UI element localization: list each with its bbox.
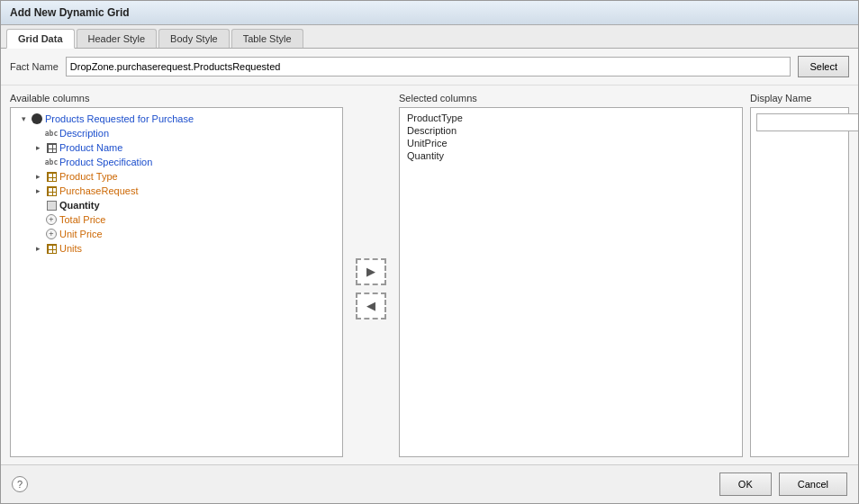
node-icon-units [45, 242, 58, 255]
tree-item-quantity[interactable]: Quantity [14, 198, 339, 212]
help-button[interactable]: ? [12, 476, 28, 492]
fact-name-input[interactable] [66, 57, 791, 76]
tree-item-text-purchreq: PurchaseRequest [59, 185, 138, 196]
available-columns-label: Available columns [10, 93, 343, 104]
select-button[interactable]: Select [798, 56, 849, 77]
node-icon-purchreq [45, 184, 58, 197]
node-icon-unitprice: + [45, 228, 58, 240]
selected-item-3[interactable]: Quantity [403, 149, 738, 162]
selected-item-2[interactable]: UnitPrice [403, 137, 738, 149]
selected-columns-label: Selected columns [399, 93, 743, 104]
right-top: Selected columns ProductType Description… [399, 93, 849, 457]
expand-icon-quantity [32, 200, 43, 211]
selected-columns-area: Selected columns ProductType Description… [399, 93, 743, 457]
node-icon-desc: abc [45, 127, 58, 140]
expand-icon-prodname: ▸ [32, 142, 43, 153]
expand-icon-root: ▾ [18, 113, 29, 124]
tree-item-unitprice[interactable]: + Unit Price [14, 227, 339, 241]
tree-item-units[interactable]: ▸ Units [14, 241, 339, 256]
selected-item-0[interactable]: ProductType [403, 112, 738, 124]
node-icon-prodname [45, 141, 58, 154]
node-icon-prodspec: abc [45, 156, 58, 168]
tree-item-prodspec[interactable]: abc Product Specification [14, 155, 339, 169]
main-content: Available columns ▾ Products Requested f… [1, 86, 858, 464]
tree-item-text-units: Units [59, 243, 82, 254]
tree-item-text-unitprice: Unit Price [59, 229, 103, 239]
dialog-title: Add New Dynamic Grid [1, 1, 858, 25]
tab-grid-data[interactable]: Grid Data [6, 29, 75, 49]
footer-left: ? [12, 476, 28, 492]
expand-icon-unitprice [32, 229, 43, 239]
selected-item-1[interactable]: Description [403, 124, 738, 137]
expand-icon-prodtype: ▸ [32, 171, 43, 182]
node-icon-quantity [45, 199, 58, 212]
selected-columns-box: ProductType Description UnitPrice Quanti… [399, 107, 743, 457]
display-name-area: Display Name ⚙ [750, 93, 849, 457]
tree-item-text-quantity: Quantity [59, 200, 100, 211]
tab-table-style[interactable]: Table Style [231, 29, 303, 48]
display-name-label: Display Name [750, 93, 849, 104]
node-icon-totalprice: + [45, 213, 58, 226]
add-column-button[interactable]: ▶ [356, 258, 386, 285]
expand-icon-desc [32, 128, 43, 139]
dialog: Add New Dynamic Grid Grid Data Header St… [0, 0, 859, 504]
node-icon-prodtype [45, 170, 58, 183]
display-name-box: ⚙ [750, 107, 849, 457]
tab-body-style[interactable]: Body Style [158, 29, 230, 48]
display-name-input-row: ⚙ [755, 112, 845, 133]
footer-buttons: OK Cancel [719, 472, 847, 496]
tree-item-text-prodtype: Product Type [59, 171, 118, 182]
expand-icon-purchreq: ▸ [32, 185, 43, 196]
tree-item-prodtype[interactable]: ▸ Product Type [14, 169, 339, 184]
tree-item-root[interactable]: ▾ Products Requested for Purchase [14, 112, 339, 126]
right-panel: Selected columns ProductType Description… [399, 93, 849, 457]
expand-icon-totalprice [32, 214, 43, 225]
tree-item-totalprice[interactable]: + Total Price [14, 212, 339, 227]
transfer-buttons: ▶ ◀ [350, 120, 392, 457]
tree-item-text-totalprice: Total Price [59, 214, 105, 225]
tabs-bar: Grid Data Header Style Body Style Table … [1, 25, 858, 49]
dialog-footer: ? OK Cancel [1, 464, 858, 503]
tree-item-text-desc: Description [59, 128, 109, 139]
node-icon-root [31, 112, 43, 125]
available-columns-tree: ▾ Products Requested for Purchase abc De… [10, 107, 343, 457]
tree-item-text-root: Products Requested for Purchase [45, 113, 194, 124]
expand-icon-units: ▸ [32, 243, 43, 254]
remove-column-button[interactable]: ◀ [356, 292, 386, 320]
tree-item-text-prodname: Product Name [59, 142, 122, 153]
tree-item-text-prodspec: Product Specification [59, 157, 152, 167]
ok-button[interactable]: OK [719, 472, 772, 496]
display-name-input[interactable] [756, 113, 858, 131]
fact-name-row: Fact Name Select [1, 49, 858, 86]
fact-name-label: Fact Name [10, 61, 59, 72]
tab-header-style[interactable]: Header Style [77, 29, 158, 48]
tree-item-prodname[interactable]: ▸ Product Name [14, 140, 339, 155]
expand-icon-prodspec [32, 157, 43, 167]
left-panel: Available columns ▾ Products Requested f… [10, 93, 343, 457]
cancel-button[interactable]: Cancel [779, 472, 847, 496]
tree-item-purchreq[interactable]: ▸ PurchaseRequest [14, 184, 339, 198]
tree-item-desc[interactable]: abc Description [14, 126, 339, 140]
